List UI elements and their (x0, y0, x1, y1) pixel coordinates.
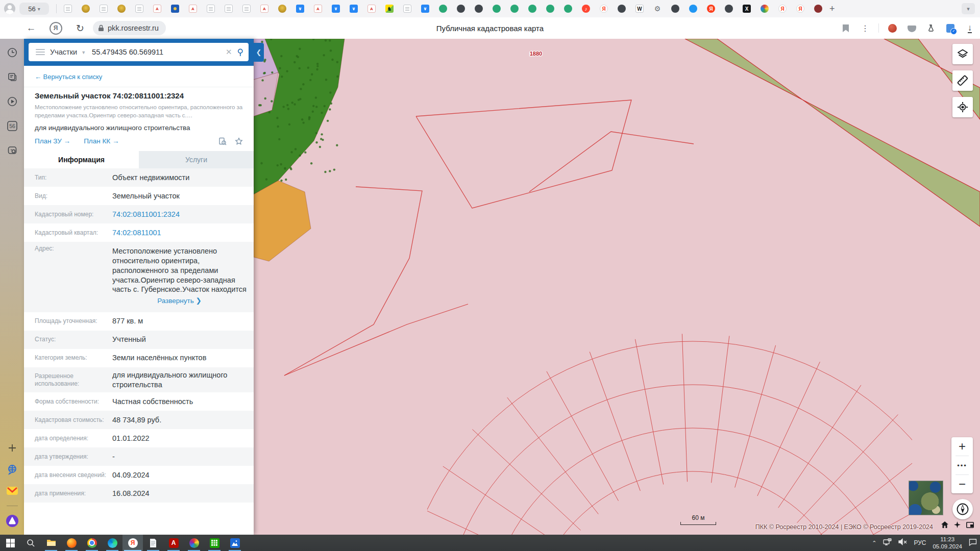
zoom-out-button[interactable]: − (951, 475, 973, 493)
extension-pin-icon[interactable] (886, 22, 898, 34)
tab-favicon-pdf[interactable]: A (368, 5, 376, 13)
tab-favicon-x[interactable]: X (743, 5, 751, 13)
tab-favicon-ya[interactable]: Я (796, 5, 804, 13)
yandex-home-button[interactable]: Я (48, 20, 63, 36)
tab-favicon-ya[interactable]: Я (778, 5, 787, 13)
tab-favicon-horse[interactable]: ♞ (385, 5, 394, 13)
tab-favicon-eagle[interactable] (278, 5, 286, 13)
cadastral-map[interactable]: 1880 + ••• − 60 м ПКК © Росре (254, 39, 980, 535)
collapse-panel-button[interactable]: ❮ (254, 43, 264, 62)
history-icon[interactable] (6, 46, 19, 59)
tab-favicon-wiki[interactable]: W (635, 5, 644, 13)
minimap[interactable] (909, 481, 943, 515)
profile-avatar[interactable] (4, 3, 15, 14)
tab-counter[interactable]: 56 ▾ (19, 3, 49, 15)
taskbar-app-photos[interactable] (225, 535, 245, 551)
tab-favicon-teal[interactable] (439, 5, 447, 13)
tab-favicon-ya[interactable]: Я (600, 5, 608, 13)
search-icon[interactable]: ⚲ (237, 47, 243, 58)
add-panel-icon[interactable] (6, 441, 19, 455)
menu-burger-icon[interactable] (36, 49, 45, 55)
field-value[interactable]: 74:02:0811001 (112, 225, 254, 241)
tab-favicon-dark[interactable] (475, 5, 483, 13)
tab-favicon-music[interactable]: ♪ (582, 5, 590, 13)
zoom-in-button[interactable]: + (951, 437, 973, 456)
back-to-list-link[interactable]: ← Вернуться к списку (35, 73, 102, 81)
expand-link[interactable]: Развернуть ❯ (112, 294, 247, 309)
tab-favicon-pdf[interactable]: A (260, 5, 268, 13)
mail-icon[interactable] (6, 484, 19, 497)
taskbar-app-notepad[interactable] (143, 535, 163, 551)
tab-favicon-eagle[interactable] (117, 5, 126, 13)
screenshot-icon[interactable] (6, 144, 19, 157)
extension-translate-icon[interactable] (944, 22, 957, 34)
tab-favicon-doc[interactable] (403, 5, 411, 13)
taskbar-app-chrome[interactable] (82, 535, 102, 551)
notification-icon[interactable] (969, 538, 977, 548)
tab-favicon-doc[interactable] (100, 5, 108, 13)
tab-favicon-vk[interactable]: ∨ (332, 5, 340, 13)
clock[interactable]: 11:23 05.09.2024 (933, 536, 962, 550)
feed-icon[interactable] (6, 70, 19, 84)
tab-favicon-pdf[interactable]: A (153, 5, 161, 13)
search-category-select[interactable]: Участки (50, 48, 77, 56)
taskbar-app-acrobat[interactable]: A (163, 535, 184, 551)
tab-favicon-teal[interactable] (528, 5, 536, 13)
tab-favicon-dark[interactable] (618, 5, 626, 13)
tab-favicon-doc[interactable] (207, 5, 215, 13)
downloads-icon[interactable]: ↓ (964, 22, 976, 34)
tab-favicon-teal[interactable] (564, 5, 572, 13)
tab-favicon-pdf[interactable]: A (189, 5, 197, 13)
tab-favicon-vk[interactable]: ∨ (296, 5, 304, 13)
taskbar-app-start[interactable] (0, 535, 20, 551)
tab-favicon-eagle[interactable] (82, 5, 90, 13)
tab-favicon-pdf[interactable]: A (314, 5, 322, 13)
taskbar-app-calc[interactable] (204, 535, 225, 551)
reload-button[interactable]: ↻ (72, 20, 88, 36)
tab-favicon-doc[interactable] (242, 5, 251, 13)
search-input[interactable] (91, 47, 220, 57)
bookmark-icon[interactable] (840, 22, 852, 34)
tab-favicon-palette[interactable] (761, 5, 769, 13)
plan-kk-link[interactable]: План КК → (84, 137, 119, 145)
tab-favicon-dark[interactable] (725, 5, 733, 13)
tab-favicon-red[interactable]: Я (707, 5, 715, 13)
tab-favicon-eagle2[interactable] (171, 5, 179, 13)
tab-favicon-doc[interactable] (225, 5, 233, 13)
locate-button[interactable] (952, 97, 973, 117)
field-value[interactable]: 74:02:0811001:2324 (112, 207, 254, 222)
home-icon[interactable] (941, 521, 948, 530)
extension-collections-icon[interactable] (925, 22, 937, 34)
tab-favicon-blue[interactable] (689, 5, 697, 13)
tab-favicon-gear[interactable]: ⚙ (653, 5, 662, 13)
measure-button[interactable] (952, 70, 973, 91)
tab-favicon-doc[interactable] (135, 5, 143, 13)
tab-information[interactable]: Информация (24, 151, 139, 168)
network-icon[interactable] (883, 538, 892, 547)
tab-services[interactable]: Услуги (139, 151, 254, 168)
zoom-more-button[interactable]: ••• (951, 456, 973, 474)
clear-search-icon[interactable]: ✕ (226, 47, 232, 57)
compass-button[interactable] (952, 499, 973, 519)
alice-assistant-icon[interactable] (6, 514, 19, 528)
volume-muted-icon[interactable] (898, 538, 907, 547)
taskbar-app-paint[interactable] (184, 535, 204, 551)
taskbar-app-edge[interactable] (102, 535, 122, 551)
center-icon[interactable] (954, 521, 961, 530)
taskbar-app-firefox[interactable] (61, 535, 82, 551)
layers-button[interactable] (952, 44, 973, 64)
back-button[interactable]: ← (23, 20, 39, 36)
tab-panel-button[interactable]: ▾ (962, 3, 975, 14)
menu-kebab-icon[interactable]: ⋮ (859, 22, 871, 34)
tab-favicon-teal[interactable] (546, 5, 554, 13)
extension-shield-icon[interactable] (905, 22, 918, 34)
taskbar-app-search[interactable] (20, 535, 41, 551)
tray-expand-icon[interactable]: ⌃ (872, 540, 876, 546)
language-indicator[interactable]: РУС (914, 539, 926, 546)
messenger-icon[interactable] (6, 463, 19, 476)
tab-favicon-teal[interactable] (493, 5, 501, 13)
plan-zu-link[interactable]: План ЗУ → (35, 137, 70, 145)
fullscreen-icon[interactable] (966, 521, 974, 530)
tab-favicon-brown[interactable] (814, 5, 822, 13)
tab-favicon-dark[interactable] (457, 5, 465, 13)
